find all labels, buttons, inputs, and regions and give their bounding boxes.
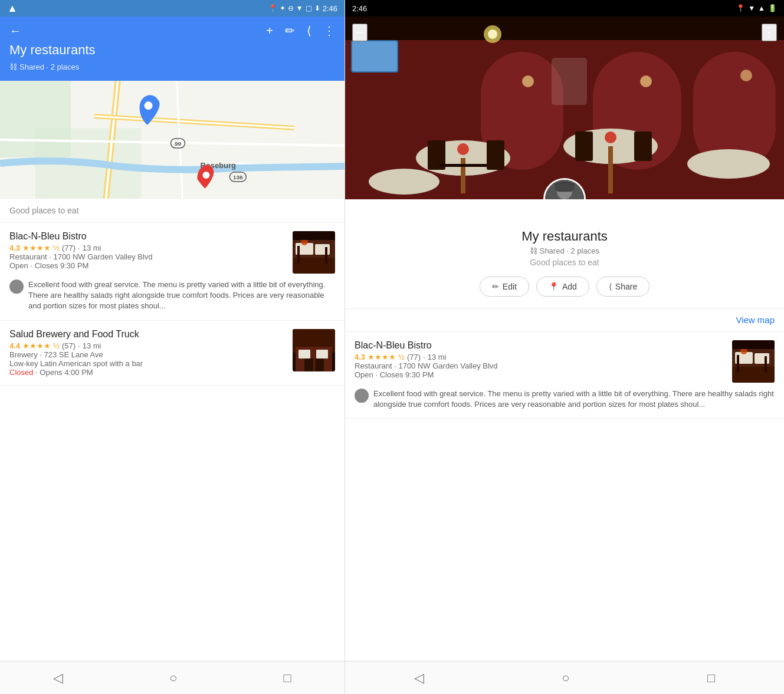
svg-point-52: [522, 75, 534, 87]
status-icons-right: 📍 ▼ ▲ 🔋: [736, 4, 777, 12]
svg-rect-67: [765, 356, 767, 373]
svg-rect-66: [737, 355, 739, 373]
photo-back-button[interactable]: ←: [352, 24, 368, 41]
svg-rect-41: [608, 146, 613, 193]
svg-point-13: [202, 172, 209, 179]
bistro-open-label: Open: [9, 261, 28, 270]
svg-rect-46: [634, 131, 652, 161]
right-bistro-thumbnail: [732, 340, 775, 383]
brewery-closed-label: Closed: [9, 368, 33, 377]
bottom-nav-left: ◁ ○ □: [0, 661, 345, 694]
back-nav-right[interactable]: ◁: [414, 670, 424, 686]
brewery-reviews: (57): [62, 341, 76, 350]
svg-rect-18: [297, 246, 300, 264]
brewery-distance: 13 mi: [83, 341, 101, 350]
svg-rect-44: [439, 164, 487, 167]
map-area[interactable]: 5 5 99 138 Roseburg: [0, 81, 345, 199]
brewery-description: Low-key Latin American spot with a bar: [9, 359, 286, 368]
place-card-row-bistro: Blac-N-Bleu Bistro 4.3 ★★★★½ (77) · 13 m…: [9, 231, 335, 274]
svg-point-48: [605, 131, 616, 143]
svg-point-38: [687, 149, 770, 179]
battery-icon: ⬇: [314, 4, 320, 12]
home-nav-right[interactable]: ○: [562, 670, 569, 686]
right-bistro-half-star: ½: [398, 353, 405, 361]
svg-point-53: [640, 75, 652, 87]
bistro-stars: ★★★★: [22, 244, 51, 252]
recents-nav-right[interactable]: □: [707, 670, 715, 686]
place-card-row-brewery: Salud Brewery and Food Truck 4.4 ★★★★½ (…: [9, 329, 335, 377]
bistro-status-left: Open · Closes 9:30 PM: [9, 261, 286, 270]
svg-rect-19: [325, 247, 327, 264]
back-button[interactable]: ←: [9, 24, 21, 38]
navigation-icon: ▲: [7, 2, 18, 15]
recents-nav-left[interactable]: □: [284, 670, 291, 686]
bistro-review-text-left: Excellent food with great service. The m…: [28, 279, 335, 312]
page-title-left: My restaurants: [9, 42, 335, 58]
status-bar-left: ▲ 📍 ✦ ⊖ ▼ ▢ ⬇ 2:46: [0, 0, 345, 17]
right-bistro-rating-row: 4.3 ★★★★½ (77) · 13 mi: [355, 353, 725, 361]
bistro-name: Blac-N-Bleu Bistro: [9, 231, 286, 242]
top-bar-left: ← + ✏ ⟨ ⋮ My restaurants ⛓ Shared · 2 pl…: [0, 17, 345, 81]
photo-more-button[interactable]: ⋮: [762, 24, 777, 41]
share-icon: ⟨: [609, 282, 612, 291]
right-reviewer-avatar: [355, 389, 369, 403]
view-map-link[interactable]: View map: [736, 315, 775, 325]
profile-desc: Good places to eat: [359, 258, 770, 267]
more-button[interactable]: ⋮: [323, 24, 335, 38]
bluetooth-icon: ✦: [280, 4, 286, 12]
profile-title: My restaurants: [359, 229, 770, 244]
edit-action-button[interactable]: ✏ Edit: [480, 277, 529, 297]
status-icons: 📍 ✦ ⊖ ▼ ▢ ⬇ 2:46: [268, 4, 337, 13]
status-bar-right: 2:46 📍 ▼ ▲ 🔋: [345, 0, 784, 17]
svg-text:138: 138: [233, 174, 243, 180]
svg-point-54: [740, 70, 752, 81]
back-nav-left[interactable]: ◁: [53, 670, 63, 686]
brewery-info: Salud Brewery and Food Truck 4.4 ★★★★½ (…: [9, 329, 286, 377]
add-button[interactable]: +: [266, 24, 273, 38]
right-bistro-distance: 13 mi: [428, 353, 447, 361]
svg-rect-16: [315, 244, 330, 255]
right-bistro-sep: ·: [423, 353, 425, 361]
svg-rect-64: [755, 353, 769, 364]
bistro-info: Blac-N-Bleu Bistro 4.3 ★★★★½ (77) · 13 m…: [9, 231, 286, 270]
edit-button[interactable]: ✏: [285, 24, 295, 38]
bistro-type-left: Restaurant · 1700 NW Garden Valley Blvd: [9, 252, 286, 261]
bistro-reviews: (77): [62, 244, 76, 252]
svg-rect-28: [316, 350, 328, 358]
restaurant-interior: [345, 17, 784, 199]
profile-subtitle: ⛓ Shared · 2 places: [359, 246, 770, 255]
map-description: Good places to eat: [0, 199, 345, 223]
photo-header: ← ⋮: [345, 17, 784, 199]
svg-text:99: 99: [175, 140, 182, 147]
place-card-brewery[interactable]: Salud Brewery and Food Truck 4.4 ★★★★½ (…: [0, 321, 345, 386]
bistro-half-star: ½: [53, 244, 60, 252]
interior-svg: [345, 17, 784, 199]
share-button[interactable]: ⟨: [307, 24, 311, 38]
reviewer-avatar-left: [9, 279, 24, 294]
profile-section: My restaurants ⛓ Shared · 2 places Good …: [345, 199, 784, 309]
right-bistro-card-row: Blac-N-Bleu Bistro 4.3 ★★★★½ (77) · 13 m…: [355, 340, 775, 383]
view-map-row: View map: [345, 309, 784, 332]
profile-subtitle-text: Shared · 2 places: [540, 246, 599, 255]
brewery-status: Closed · Opens 4:00 PM: [9, 368, 286, 377]
svg-point-47: [457, 143, 469, 155]
add-label: Add: [562, 282, 577, 291]
share-action-button[interactable]: ⟨ Share: [596, 277, 649, 297]
svg-rect-61: [555, 183, 575, 192]
page-subtitle-left: ⛓ Shared · 2 places: [9, 63, 335, 71]
left-panel: ▲ 📍 ✦ ⊖ ▼ ▢ ⬇ 2:46 ← + ✏ ⟨ ⋮ My restaura…: [0, 0, 345, 694]
brewery-distance-sep: ·: [78, 341, 80, 350]
svg-point-12: [145, 101, 153, 110]
bistro-distance: 13 mi: [83, 244, 101, 252]
map-svg: 5 5 99 138 Roseburg: [0, 81, 345, 199]
right-place-card-bistro[interactable]: Blac-N-Bleu Bistro 4.3 ★★★★½ (77) · 13 m…: [345, 332, 784, 419]
svg-rect-21: [293, 231, 335, 240]
svg-rect-51: [552, 58, 587, 105]
home-nav-left[interactable]: ○: [169, 670, 177, 686]
svg-rect-43: [487, 140, 504, 170]
wifi-icon: ▼: [296, 4, 303, 12]
place-card-bistro[interactable]: Blac-N-Bleu Bistro 4.3 ★★★★½ (77) · 13 m…: [0, 223, 345, 321]
right-bistro-review: Excellent food with great service. The m…: [373, 389, 775, 410]
add-action-button[interactable]: 📍 Add: [536, 277, 589, 297]
brewery-half-star: ½: [53, 341, 60, 350]
